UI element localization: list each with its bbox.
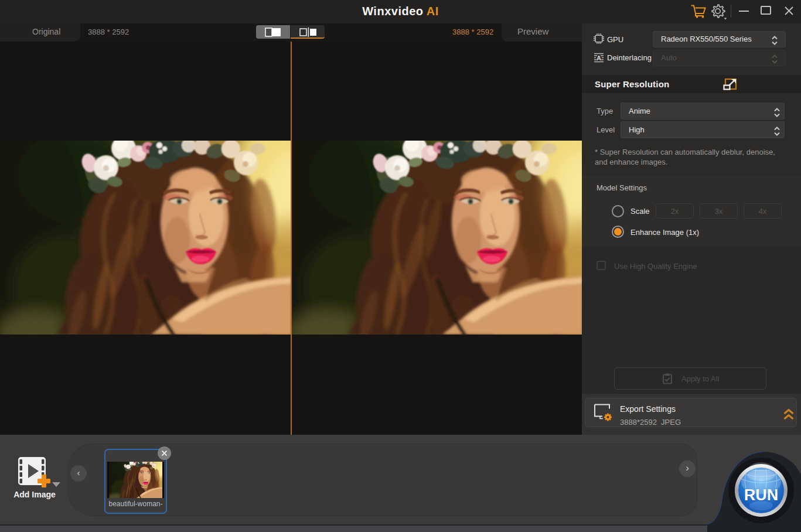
svg-text:RUN: RUN (744, 486, 779, 504)
svg-text:A: A (597, 54, 601, 62)
